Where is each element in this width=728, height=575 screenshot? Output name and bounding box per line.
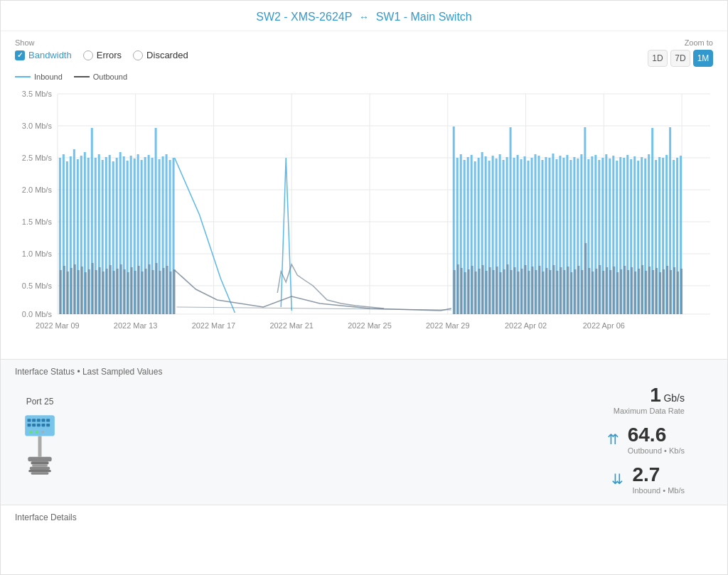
svg-rect-224 [666,266,668,314]
svg-rect-228 [680,269,682,314]
svg-rect-70 [74,264,76,314]
svg-rect-236 [32,424,36,426]
legend-inbound: Inbound [15,72,63,81]
svg-text:3.5 Mb/s: 3.5 Mb/s [22,90,53,98]
svg-text:1.5 Mb/s: 1.5 Mb/s [22,217,53,226]
svg-text:0.0 Mb/s: 0.0 Mb/s [22,310,53,318]
inbound-value: 2.7 [632,463,685,486]
svg-text:2022 Mar 25: 2022 Mar 25 [348,321,392,330]
svg-rect-97 [170,272,172,314]
zoom-1m-button[interactable]: 1M [693,50,713,67]
svg-rect-243 [38,436,42,456]
svg-rect-201 [584,243,587,314]
svg-rect-221 [655,268,658,314]
svg-rect-89 [141,272,144,314]
zoom-label: Zoom to [685,38,713,47]
svg-rect-83 [120,264,122,314]
svg-point-240 [30,431,32,433]
svg-rect-223 [663,269,665,314]
svg-rect-245 [31,461,49,464]
outbound-wiggles [277,264,384,308]
svg-rect-208 [609,270,611,314]
bandwidth-label: Bandwidth [28,50,72,60]
status-content: Port 25 [15,384,713,495]
zoom-buttons: 1D 7D 1M [648,50,713,67]
svg-rect-75 [92,263,94,314]
svg-rect-170 [475,272,477,314]
svg-point-241 [36,431,38,433]
svg-rect-192 [552,265,555,314]
svg-rect-213 [627,270,629,314]
outbound-value-block: 64.6 Outbound • Kb/s [628,424,685,455]
errors-radio[interactable] [83,50,93,60]
discarded-option[interactable]: Discarded [133,50,188,60]
svg-rect-69 [70,268,73,314]
svg-rect-203 [592,272,594,314]
discarded-radio[interactable] [133,50,143,60]
outbound-value: 64.6 [628,424,685,446]
svg-rect-171 [478,269,481,314]
svg-rect-176 [496,267,498,314]
max-data-rate-unit: Gb/s [663,392,685,404]
controls-bar: Show Bandwidth Errors Discarded Zoom to [1,31,727,71]
svg-rect-76 [95,270,97,314]
svg-rect-167 [464,272,466,314]
svg-rect-206 [602,271,604,314]
legend-inbound-label: Inbound [34,72,63,81]
svg-rect-87 [134,271,136,314]
svg-rect-78 [102,272,105,314]
svg-rect-234 [46,419,50,421]
svg-text:2022 Mar 09: 2022 Mar 09 [36,321,80,330]
svg-rect-199 [577,266,579,314]
bandwidth-checkbox[interactable] [15,50,25,60]
zoom-1d-button[interactable]: 1D [648,50,668,67]
svg-rect-237 [37,424,41,426]
svg-text:2022 Mar 21: 2022 Mar 21 [269,321,314,330]
svg-rect-98 [173,269,176,314]
svg-rect-164 [454,270,456,314]
bandwidth-option[interactable]: Bandwidth [15,50,72,60]
outbound-icon: ⇈ [607,432,619,446]
bandwidth-chart: .grid-line { stroke: #e8e8e8; stroke-wid… [15,87,713,350]
chart-legend: Inbound Outbound [1,71,727,87]
svg-rect-172 [482,265,484,314]
outbound-label: Outbound • Kb/s [628,446,685,455]
legend-outbound: Outbound [74,72,127,81]
svg-rect-82 [117,269,119,314]
svg-rect-181 [514,267,516,314]
svg-rect-92 [152,270,154,314]
max-data-rate-value: 1 [650,384,661,406]
svg-rect-175 [493,270,495,314]
svg-rect-200 [581,270,583,314]
show-section: Show Bandwidth Errors Discarded [15,38,188,60]
svg-rect-74 [88,269,90,314]
svg-rect-188 [539,266,541,314]
svg-text:2.0 Mb/s: 2.0 Mb/s [22,186,53,194]
svg-rect-178 [503,269,505,314]
svg-rect-183 [521,269,523,314]
interface-status-title: Interface Status • Last Sampled Values [15,367,713,377]
svg-rect-235 [28,424,31,426]
svg-text:1.0 Mb/s: 1.0 Mb/s [22,249,53,258]
svg-rect-173 [486,271,488,314]
svg-rect-81 [113,271,115,314]
svg-rect-248 [28,470,51,472]
zoom-section: Zoom to 1D 7D 1M [648,38,713,67]
svg-text:2022 Mar 29: 2022 Mar 29 [426,321,470,330]
svg-rect-217 [641,265,643,314]
svg-rect-91 [149,264,151,314]
svg-text:2022 Apr 06: 2022 Apr 06 [583,321,625,330]
svg-rect-166 [461,268,463,314]
svg-rect-94 [159,271,161,314]
svg-text:2022 Mar 13: 2022 Mar 13 [114,321,158,330]
errors-option[interactable]: Errors [83,50,122,60]
svg-rect-246 [32,464,48,466]
svg-rect-68 [67,272,69,314]
svg-rect-186 [532,267,534,314]
legend-inbound-line [15,76,31,77]
svg-rect-202 [588,268,590,314]
zoom-7d-button[interactable]: 7D [670,50,690,67]
svg-rect-95 [163,268,165,314]
header-title-right: SW1 - Main Switch [376,11,472,23]
svg-rect-177 [500,272,502,314]
